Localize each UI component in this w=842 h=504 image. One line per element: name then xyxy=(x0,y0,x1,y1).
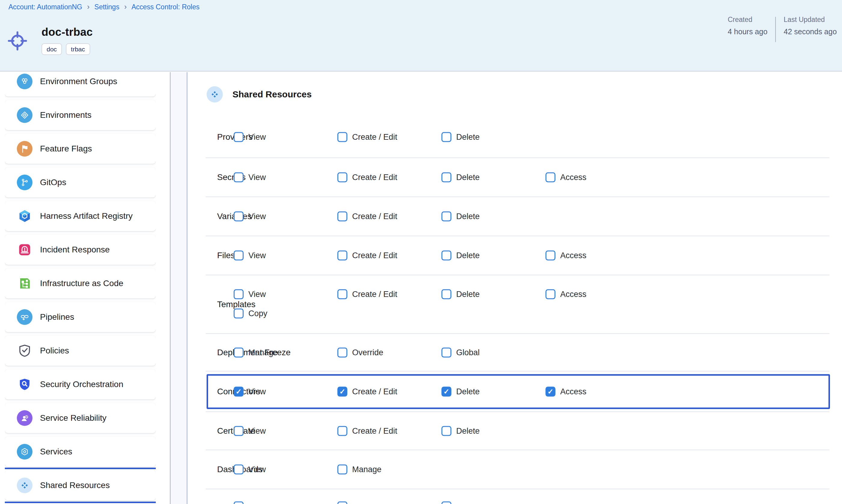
checkbox-create-edit-certificate[interactable] xyxy=(337,426,347,436)
permission-label: Access xyxy=(560,387,586,396)
checkbox-delete-certificate[interactable] xyxy=(441,426,451,436)
permission-label: View xyxy=(248,173,266,182)
permission-label: Create / Edit xyxy=(352,173,397,182)
gitops-icon xyxy=(17,175,33,190)
checkbox-create-edit-files[interactable] xyxy=(337,251,347,260)
checkbox-view-files[interactable] xyxy=(234,251,244,260)
checkbox-delete-files[interactable] xyxy=(441,251,451,260)
permission-label: Create / Edit xyxy=(352,426,397,435)
checkbox-view-certificate[interactable] xyxy=(234,426,244,436)
page-title: doc-trbac xyxy=(41,26,93,38)
breadcrumb-access-control-roles[interactable]: Access Control: Roles xyxy=(131,3,199,11)
created-value: 4 hours ago xyxy=(728,28,768,36)
sidebar-item-services[interactable]: Services xyxy=(5,437,156,467)
checkbox-unlabeled[interactable] xyxy=(337,502,347,504)
sidebar-item-label: Pipelines xyxy=(40,312,74,322)
permission-cell: Delete xyxy=(441,289,480,299)
checkbox-view-secrets[interactable] xyxy=(234,173,244,182)
checkbox-global-deployment-freeze[interactable] xyxy=(441,347,451,357)
checkbox-delete-secrets[interactable] xyxy=(441,173,451,182)
checkbox-create-edit-templates[interactable] xyxy=(337,289,347,299)
sidebar-item-harness-artifact-registry[interactable]: Harness Artifact Registry xyxy=(5,201,156,231)
permission-row-connectors: ConnectorsViewCreate / EditDeleteAccess xyxy=(189,372,842,411)
shared-resources-icon xyxy=(207,86,223,103)
permission-row-secrets: SecretsViewCreate / EditDeleteAccess xyxy=(189,158,842,197)
permission-label: Global xyxy=(456,348,480,357)
permission-label: Create / Edit xyxy=(352,290,397,299)
permission-cell xyxy=(234,502,244,504)
created-label: Created xyxy=(728,16,768,24)
checkbox-delete-variables[interactable] xyxy=(441,212,451,221)
sidebar-item-security-orchestration[interactable]: Security Orchestration xyxy=(5,370,156,399)
permission-row-partial xyxy=(189,489,842,504)
permission-cell: View xyxy=(234,426,266,436)
checkbox-create-edit-variables[interactable] xyxy=(337,212,347,221)
meta-divider xyxy=(775,17,776,42)
permission-label: Delete xyxy=(456,212,480,221)
permission-label: Copy xyxy=(248,309,267,318)
environments-icon xyxy=(17,107,33,123)
permission-cell xyxy=(441,502,451,504)
sidebar-item-infrastructure-as-code[interactable]: Infrastructure as Code xyxy=(5,268,156,299)
checkbox-create-edit-secrets[interactable] xyxy=(337,173,347,182)
permission-label: Manage xyxy=(248,348,278,357)
sidebar-item-policies[interactable]: Policies xyxy=(5,336,156,366)
sidebar-item-environment-groups[interactable]: Environment Groups xyxy=(5,72,156,96)
checkbox-view-dashboards[interactable] xyxy=(234,465,244,474)
incident-response-icon xyxy=(17,242,33,257)
checkbox-copy-templates[interactable] xyxy=(234,309,244,319)
panel-splitter[interactable] xyxy=(170,72,187,504)
permission-cell: Access xyxy=(545,173,586,182)
checkbox-create-edit-providers[interactable] xyxy=(337,132,347,142)
checkbox-override-deployment-freeze[interactable] xyxy=(337,347,347,357)
checkbox-create-edit-connectors[interactable] xyxy=(337,386,347,396)
permission-label: View xyxy=(248,212,266,221)
sidebar-item-environments[interactable]: Environments xyxy=(5,100,156,130)
checkbox-delete-providers[interactable] xyxy=(441,132,451,142)
permission-cell: Override xyxy=(337,347,383,357)
sidebar-item-shared-resources[interactable]: Shared Resources xyxy=(5,470,156,500)
permission-cell: Create / Edit xyxy=(337,173,397,182)
permission-label: View xyxy=(248,426,266,435)
checkbox-access-files[interactable] xyxy=(545,251,556,260)
checkbox-view-connectors[interactable] xyxy=(234,386,244,396)
permission-cell: Delete xyxy=(441,426,480,436)
pipelines-icon xyxy=(17,309,33,325)
checkbox-access-secrets[interactable] xyxy=(545,173,556,182)
checkbox-access-templates[interactable] xyxy=(545,289,556,299)
sidebar-item-label: Environment Groups xyxy=(40,77,117,86)
permission-cell: Access xyxy=(545,251,586,260)
permission-label: Access xyxy=(560,290,586,299)
checkbox-unlabeled[interactable] xyxy=(441,502,451,504)
sidebar-item-incident-response[interactable]: Incident Response xyxy=(5,235,156,265)
permission-cell: Create / Edit xyxy=(337,426,397,436)
permission-row-certificate: CertificateViewCreate / EditDelete xyxy=(189,412,842,450)
permissions-panel: Shared Resources ProvidersViewCreate / E… xyxy=(189,72,842,504)
checkbox-delete-templates[interactable] xyxy=(441,289,451,299)
breadcrumb-account[interactable]: Account: AutomationNG xyxy=(8,3,82,11)
checkbox-manage-deployment-freeze[interactable] xyxy=(234,347,244,357)
sidebar-item-gitops[interactable]: GitOps xyxy=(5,167,156,197)
permission-cell: View xyxy=(234,132,266,142)
permission-cell: Copy xyxy=(234,309,267,319)
breadcrumb-settings[interactable]: Settings xyxy=(94,3,119,11)
role-meta: Created 4 hours ago Last Updated 42 seco… xyxy=(728,16,837,42)
permission-cell: Create / Edit xyxy=(337,289,397,299)
checkbox-view-providers[interactable] xyxy=(234,132,244,142)
checkbox-view-templates[interactable] xyxy=(234,289,244,299)
breadcrumb: Account: AutomationNG › Settings › Acces… xyxy=(8,3,199,12)
checkbox-view-variables[interactable] xyxy=(234,212,244,221)
checkbox-unlabeled[interactable] xyxy=(234,502,244,504)
permission-row-providers: ProvidersViewCreate / EditDelete xyxy=(189,116,842,158)
permission-label: Delete xyxy=(456,290,480,299)
resource-label: Files xyxy=(217,251,235,260)
sidebar-item-service-reliability[interactable]: Service Reliability xyxy=(5,403,156,433)
sidebar-item-feature-flags[interactable]: Feature Flags xyxy=(5,134,156,164)
checkbox-access-connectors[interactable] xyxy=(545,386,556,396)
permission-label: Manage xyxy=(352,465,382,474)
checkbox-manage-dashboards[interactable] xyxy=(337,465,347,474)
sidebar-item-pipelines[interactable]: Pipelines xyxy=(5,302,156,332)
permission-label: Create / Edit xyxy=(352,251,397,260)
permission-cell: Delete xyxy=(441,132,480,142)
checkbox-delete-connectors[interactable] xyxy=(441,386,451,396)
